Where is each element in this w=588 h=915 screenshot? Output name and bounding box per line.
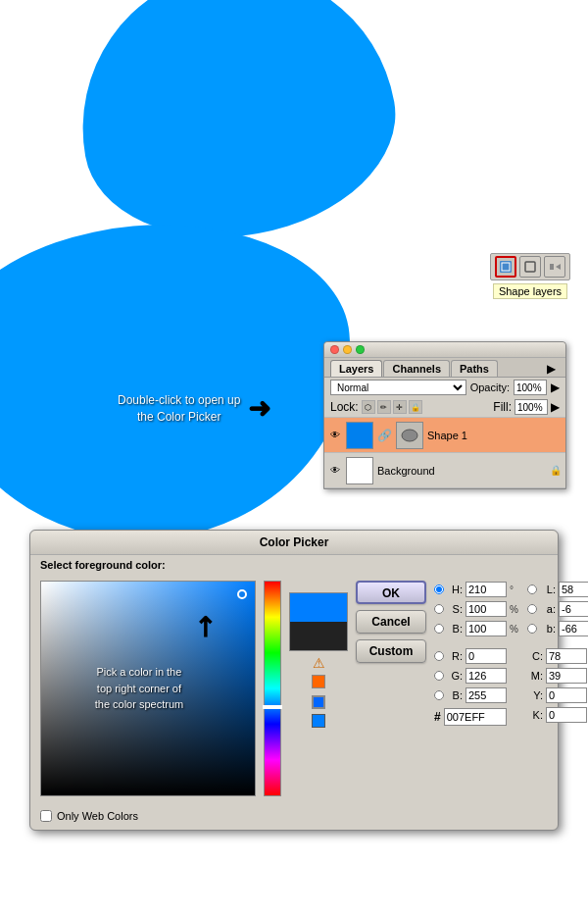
layer-row-background[interactable]: 👁 Background 🔒 <box>324 453 565 488</box>
color-picker-subtitle: Select foreground color: <box>30 555 558 571</box>
field-row-b3: b: <box>527 620 588 637</box>
radio-b[interactable] <box>434 624 444 634</box>
radio-s[interactable] <box>434 604 444 614</box>
r-label: R: <box>447 650 463 662</box>
tab-layers[interactable]: Layers <box>330 360 382 377</box>
lock-image-icon[interactable]: ✏ <box>377 400 391 414</box>
radio-l[interactable] <box>527 585 537 594</box>
fill-label: Fill: <box>493 400 512 414</box>
radio-b2[interactable] <box>434 690 444 700</box>
field-row-s: S: % <box>434 600 521 618</box>
layer-visibility-bg[interactable]: 👁 <box>328 464 342 478</box>
m-label: M: <box>527 670 543 682</box>
k-input[interactable] <box>546 707 587 723</box>
radio-h[interactable] <box>434 585 444 594</box>
spectrum-note: Pick a color in the top right corner of … <box>95 664 183 713</box>
layer-name-bg: Background <box>377 465 546 477</box>
instruction-bubble: Double-click to open up the Color Picker… <box>118 392 270 426</box>
shape-layers-icon[interactable] <box>495 256 516 278</box>
svg-rect-2 <box>525 262 535 272</box>
only-web-colors-label: Only Web Colors <box>57 810 138 822</box>
tab-channels[interactable]: Channels <box>383 360 450 377</box>
layer-visibility-shape1[interactable]: 👁 <box>328 429 342 442</box>
layer-mask-shape1 <box>396 422 423 449</box>
a-input[interactable] <box>559 601 588 617</box>
cp-fields-left: H: ° S: % B: % <box>434 581 521 726</box>
panel-tab-arrow[interactable]: ▶ <box>547 360 560 377</box>
lock-transparent-icon[interactable]: ⬡ <box>362 400 375 414</box>
radio-r[interactable] <box>434 651 444 661</box>
y-label: Y: <box>527 689 543 701</box>
cp-fields-two-col: H: ° S: % B: % <box>434 581 548 726</box>
layers-list: 👁 🔗 Shape 1 👁 Background 🔒 <box>324 418 565 488</box>
fill-arrow[interactable]: ▶ <box>551 400 560 414</box>
c-input[interactable] <box>546 648 587 664</box>
layer-name-shape1: Shape 1 <box>427 430 562 441</box>
opacity-arrow[interactable]: ▶ <box>551 381 560 394</box>
radio-a[interactable] <box>527 604 537 614</box>
minimize-button[interactable] <box>343 345 352 354</box>
layer-thumb-bg <box>346 457 373 484</box>
b3-input[interactable] <box>559 621 588 636</box>
opacity-input[interactable] <box>514 380 547 395</box>
s-label: S: <box>447 603 463 615</box>
close-button[interactable] <box>330 345 339 354</box>
g-label: G: <box>447 670 463 682</box>
gamut-warning-icon[interactable]: ⚠ <box>289 655 348 671</box>
fill-input[interactable] <box>514 399 548 415</box>
color-preview-new <box>290 593 347 622</box>
instruction-text: Double-click to open up the Color Picker <box>118 392 240 426</box>
color-spectrum[interactable]: Pick a color in the top right corner of … <box>40 581 256 796</box>
field-row-r: R: <box>434 647 521 665</box>
hue-strip[interactable] <box>264 581 281 796</box>
opacity-label: Opacity: <box>470 381 510 393</box>
layer-row-shape1[interactable]: 👁 🔗 Shape 1 <box>324 418 565 453</box>
maximize-button[interactable] <box>356 345 365 354</box>
layer-chain-shape1: 🔗 <box>377 429 392 442</box>
b-label: B: <box>447 623 463 635</box>
only-web-colors-checkbox[interactable] <box>40 810 52 822</box>
blend-mode-select[interactable]: Normal <box>330 380 466 395</box>
field-row-b2: B: <box>434 686 521 704</box>
tab-paths[interactable]: Paths <box>451 360 498 377</box>
l-label: L: <box>540 584 556 595</box>
lock-all-icon[interactable]: 🔒 <box>409 400 422 414</box>
a-label: a: <box>540 603 556 615</box>
paths-icon[interactable] <box>519 256 541 278</box>
r-input[interactable] <box>466 648 507 664</box>
color-picker-body: Pick a color in the top right corner of … <box>30 571 558 806</box>
layer-lock-bg: 🔒 <box>550 465 562 476</box>
b2-input[interactable] <box>466 687 507 703</box>
m-input[interactable] <box>546 668 587 684</box>
l-input[interactable] <box>559 582 588 597</box>
g-input[interactable] <box>466 668 507 684</box>
custom-button[interactable]: Custom <box>356 639 426 663</box>
h-input[interactable] <box>466 582 507 597</box>
blob-shape-top <box>58 0 413 261</box>
radio-g[interactable] <box>434 671 444 681</box>
radio-b3[interactable] <box>527 624 537 634</box>
fill-pixels-icon[interactable] <box>544 256 565 278</box>
blob-shape-bottom <box>0 208 366 530</box>
lock-position-icon[interactable]: ✛ <box>393 400 407 414</box>
spectrum-area: Pick a color in the top right corner of … <box>40 581 256 796</box>
h-label: H: <box>447 584 463 595</box>
color-picker-dialog: Color Picker Select foreground color: Pi… <box>29 530 559 831</box>
web-safe-icon[interactable] <box>312 695 325 709</box>
hex-input[interactable] <box>444 708 507 726</box>
lock-icons: ⬡ ✏ ✛ 🔒 <box>362 400 422 414</box>
shape-layers-tooltip: Shape layers <box>490 253 570 299</box>
y-input[interactable] <box>546 687 587 703</box>
ok-button[interactable]: OK <box>356 581 426 604</box>
color-picker-title: Color Picker <box>30 531 558 555</box>
web-color-swatch[interactable] <box>312 714 325 728</box>
cp-buttons: OK Cancel Custom <box>356 581 426 796</box>
field-row-b: B: % <box>434 620 521 637</box>
cancel-button[interactable]: Cancel <box>356 610 426 634</box>
gamut-color-swatch[interactable] <box>312 675 325 688</box>
s-input[interactable] <box>466 601 507 617</box>
toolbar-shape-icons <box>490 253 570 280</box>
hex-row: # <box>434 708 521 726</box>
b-input[interactable] <box>466 621 507 636</box>
blend-opacity-row: Normal Opacity: ▶ <box>324 378 565 397</box>
